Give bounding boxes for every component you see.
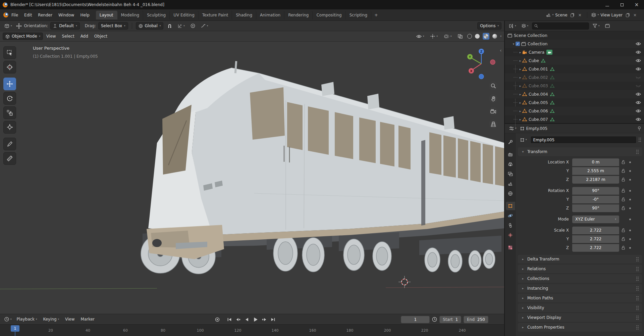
tool-rotate[interactable] [3, 92, 16, 105]
lock-button[interactable] [619, 160, 627, 164]
outliner-row-cube-005[interactable]: ▸ Cube.005 [505, 98, 644, 107]
mesh-data-icon[interactable] [550, 76, 554, 80]
disclosure-closed-icon[interactable]: ▸ [518, 118, 522, 121]
transform-pivot-dropdown[interactable]: Global ▾ [136, 22, 164, 30]
end-frame-field[interactable]: End 250 [464, 316, 488, 323]
new-view-layer-button[interactable] [624, 12, 630, 18]
disclosure-closed-icon[interactable]: ▸ [518, 59, 522, 62]
new-scene-button[interactable] [569, 12, 575, 18]
outliner-row-cube-007[interactable]: ▸ Cube.007 [505, 115, 644, 124]
play-reverse-button[interactable] [243, 316, 251, 323]
options-dropdown[interactable]: Options ▾ [477, 22, 501, 30]
view-layer-selector[interactable]: ▾ View Layer × [590, 12, 639, 18]
animate-dot[interactable] [627, 190, 633, 192]
section-viewport-display[interactable]: ▸ Viewport Display [518, 313, 642, 322]
play-button[interactable] [252, 316, 260, 323]
workspace-tab-shading[interactable]: Shading [232, 11, 256, 19]
tab-object[interactable] [506, 202, 515, 210]
minimize-button[interactable] [600, 0, 614, 9]
tab-physics[interactable] [506, 211, 515, 220]
tab-world[interactable] [506, 189, 515, 198]
menu-view-timeline[interactable]: View [62, 316, 77, 323]
drag-grip[interactable] [636, 257, 639, 262]
editor-type-dropdown[interactable]: ▾ [3, 22, 14, 30]
drag-grip[interactable] [636, 276, 639, 281]
outliner-row-cube-001[interactable]: ▸ Cube.001 [505, 65, 644, 73]
animate-dot[interactable] [627, 170, 633, 172]
playhead[interactable]: 1 [11, 325, 19, 332]
navigation-gizmo[interactable]: Z Y X [465, 47, 498, 81]
disclosure-open-icon[interactable]: ▾ [512, 42, 516, 46]
workspace-tab-uv-editing[interactable]: UV Editing [170, 11, 199, 19]
mesh-data-icon[interactable] [550, 101, 554, 105]
proportional-falloff-dropdown[interactable]: ▾ [199, 22, 210, 30]
lock-button[interactable] [619, 169, 627, 173]
disclosure-closed-icon[interactable]: ▸ [518, 51, 522, 54]
disclosure-closed-icon[interactable]: ▸ [518, 76, 522, 79]
menu-edit[interactable]: Edit [21, 11, 35, 19]
mesh-data-icon[interactable] [550, 84, 554, 88]
shading-solid-button[interactable] [475, 34, 480, 39]
tab-object-data[interactable] [506, 231, 515, 239]
shading-material-button[interactable] [483, 33, 489, 40]
visibility-eye-icon[interactable] [636, 109, 641, 113]
menu-help[interactable]: Help [77, 11, 92, 19]
transform-section-header[interactable]: ▾ Transform [518, 147, 642, 156]
timeline-ruler[interactable]: 1 20 40 60 80 100 120 140 160 180 200 22… [0, 324, 504, 336]
tool-measure[interactable] [3, 152, 16, 165]
next-keyframe-button[interactable] [260, 316, 268, 323]
tab-scene[interactable] [506, 180, 515, 188]
rotation-mode-dropdown[interactable]: XYZ Euler ▾ [572, 215, 619, 223]
camera-view-button[interactable] [489, 107, 498, 116]
workspace-tab-sculpting[interactable]: Sculpting [143, 11, 170, 19]
drag-grip[interactable] [636, 149, 639, 154]
timeline-editor-dropdown[interactable]: ▾ [3, 316, 13, 323]
workspace-tab-rendering[interactable]: Rendering [284, 11, 313, 19]
location-y-field[interactable]: 2.555 m [572, 167, 619, 175]
animate-dot[interactable] [627, 207, 633, 209]
object-id-dropdown[interactable]: ▾ [519, 136, 529, 144]
new-collection-button[interactable] [603, 22, 611, 30]
pan-button[interactable] [489, 94, 498, 103]
tool-transform[interactable] [3, 121, 16, 134]
tab-render[interactable] [506, 150, 515, 159]
menu-marker[interactable]: Marker [78, 316, 97, 323]
animate-dot[interactable] [627, 199, 633, 200]
location-x-field[interactable]: 0 m [572, 158, 619, 166]
object-type-visibility-dropdown[interactable]: ▾ [415, 33, 426, 40]
snap-settings-dropdown[interactable]: ▾ [176, 22, 186, 30]
menu-object[interactable]: Object [92, 33, 110, 40]
shading-rendered-button[interactable] [492, 34, 497, 39]
lock-button[interactable] [619, 206, 627, 210]
show-gizmo-dropdown[interactable]: ▾ [429, 33, 439, 40]
visibility-eye-icon[interactable] [636, 117, 641, 121]
mesh-data-icon[interactable] [550, 92, 554, 96]
drag-grip[interactable] [636, 296, 639, 301]
pin-id-button[interactable] [637, 126, 641, 131]
shading-wireframe-button[interactable] [467, 34, 472, 39]
tool-select-box[interactable] [3, 46, 16, 59]
outliner-row-cube-002[interactable]: ▸ Cube.002 [505, 73, 644, 82]
animate-dot[interactable] [627, 247, 633, 249]
tab-output[interactable] [506, 160, 515, 169]
rotation-z-field[interactable]: 90° [572, 204, 619, 212]
visibility-eye-closed-icon[interactable] [636, 76, 641, 79]
visibility-eye-icon[interactable] [636, 101, 641, 104]
zoom-button[interactable] [489, 81, 498, 90]
outliner-search-input[interactable] [532, 22, 589, 30]
lock-button[interactable] [619, 237, 627, 241]
lock-button[interactable] [619, 246, 627, 250]
visibility-eye-icon[interactable] [636, 50, 641, 54]
mode-dropdown[interactable]: Object Mode ▾ [3, 33, 43, 40]
menu-playback[interactable]: Playback ▾ [14, 316, 40, 323]
outliner-display-mode-dropdown[interactable]: ▾ [520, 22, 530, 30]
scale-y-field[interactable]: 2.722 [572, 235, 619, 243]
blender-menu-icon[interactable] [3, 12, 8, 17]
animate-dot[interactable] [627, 161, 633, 163]
outliner-editor-dropdown[interactable]: ▾ [507, 22, 518, 30]
workspace-tab-scripting[interactable]: Scripting [346, 11, 371, 19]
add-workspace-button[interactable]: + [371, 12, 381, 18]
shading-dropdown-chevron-icon[interactable]: ▾ [500, 35, 501, 38]
section-motion-paths[interactable]: ▸ Motion Paths [518, 294, 642, 302]
outliner-row-collection[interactable]: ▾ ✓ Collection [505, 40, 644, 48]
